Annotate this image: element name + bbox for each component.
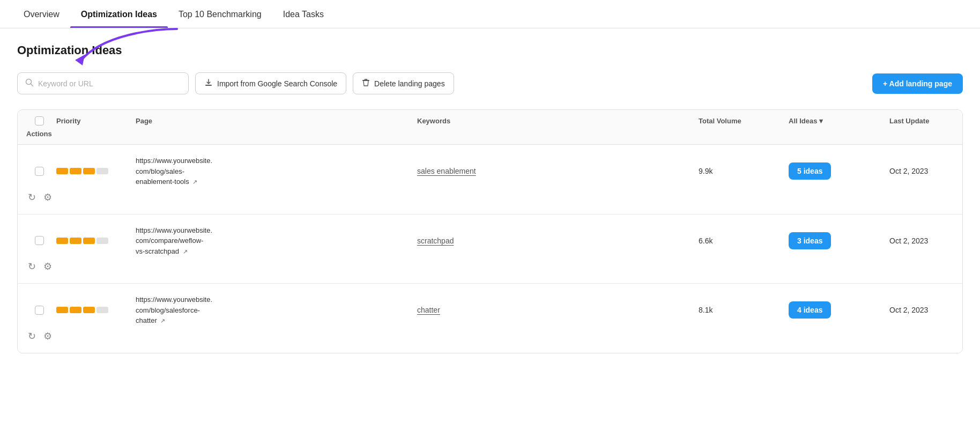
- select-all-checkbox[interactable]: [35, 116, 44, 125]
- row-3-priority: [56, 307, 131, 313]
- external-link-icon[interactable]: ↗: [183, 247, 188, 256]
- row-1-priority: [56, 168, 131, 174]
- priority-bar-1: [56, 238, 68, 244]
- row-1-settings-icon[interactable]: ⚙: [43, 191, 52, 203]
- add-landing-page-button[interactable]: + Add landing page: [872, 73, 963, 94]
- row-1-last-update: Oct 2, 2023: [889, 167, 954, 175]
- row-3-checkbox[interactable]: [35, 306, 44, 315]
- import-button[interactable]: Import from Google Search Console: [195, 72, 346, 94]
- top-navigation: Overview Optimization Ideas Top 10 Bench…: [0, 0, 980, 28]
- toolbar: Import from Google Search Console Delete…: [17, 72, 963, 94]
- add-label: + Add landing page: [883, 79, 952, 88]
- row-1-ideas-badge[interactable]: 5 ideas: [789, 162, 885, 180]
- row-1-refresh-icon[interactable]: ↻: [28, 191, 36, 203]
- header-actions: Actions: [26, 130, 52, 138]
- row-2-refresh-icon[interactable]: ↻: [28, 261, 36, 272]
- row-3-volume: 8.1k: [699, 306, 784, 314]
- row-1-checkbox[interactable]: [35, 167, 44, 176]
- external-link-icon[interactable]: ↗: [192, 177, 197, 187]
- search-input[interactable]: [38, 79, 181, 88]
- search-box: [17, 72, 189, 94]
- svg-line-2: [31, 84, 33, 86]
- row-1-page-url: https://www.yourwebsite.com/blog/sales-e…: [136, 156, 413, 187]
- data-table: Priority Page Keywords Total Volume All …: [17, 109, 963, 353]
- table-row: https://www.yourwebsite.com/blog/salesfo…: [18, 284, 962, 353]
- row-2-checkbox-cell: [26, 236, 52, 245]
- nav-item-optimization-ideas[interactable]: Optimization Ideas: [70, 0, 168, 28]
- row-2-settings-icon[interactable]: ⚙: [43, 261, 52, 272]
- trash-icon: [362, 78, 370, 88]
- priority-bar-3: [83, 307, 95, 313]
- row-2-checkbox[interactable]: [35, 236, 44, 245]
- header-keywords: Keywords: [417, 117, 694, 125]
- row-1-checkbox-cell: [26, 167, 52, 176]
- row-1-keyword[interactable]: sales enablement: [417, 167, 694, 175]
- priority-bar-2: [70, 168, 81, 174]
- priority-bar-1: [56, 168, 68, 174]
- table-row: https://www.yourwebsite.com/compare/wefl…: [18, 214, 962, 284]
- row-3-settings-icon[interactable]: ⚙: [43, 330, 52, 342]
- row-3-ideas-badge[interactable]: 4 ideas: [789, 301, 885, 319]
- import-label: Import from Google Search Console: [217, 79, 337, 88]
- row-3-actions: ↻ ⚙: [26, 330, 52, 342]
- row-3-page-url: https://www.yourwebsite.com/blog/salesfo…: [136, 294, 413, 326]
- priority-bar-2: [70, 238, 81, 244]
- priority-bar-2: [70, 307, 81, 313]
- row-2-priority: [56, 238, 131, 244]
- page-title: Optimization Ideas: [17, 43, 963, 57]
- priority-bar-4: [96, 238, 108, 244]
- page-content: Optimization Ideas Import from Google Se…: [0, 28, 980, 368]
- search-icon: [25, 78, 34, 88]
- header-page: Page: [136, 117, 413, 125]
- row-3-refresh-icon[interactable]: ↻: [28, 330, 36, 342]
- row-2-ideas-badge[interactable]: 3 ideas: [789, 232, 885, 249]
- priority-bar-4: [96, 168, 108, 174]
- row-1-volume: 9.9k: [699, 167, 784, 175]
- row-2-actions: ↻ ⚙: [26, 261, 52, 272]
- nav-item-top-10-benchmarking[interactable]: Top 10 Benchmarking: [168, 0, 272, 28]
- priority-bar-4: [96, 307, 108, 313]
- nav-item-overview[interactable]: Overview: [13, 0, 70, 28]
- delete-button[interactable]: Delete landing pages: [353, 72, 454, 94]
- all-ideas-label: All Ideas: [789, 117, 817, 125]
- header-checkbox-cell: [26, 116, 52, 125]
- table-header: Priority Page Keywords Total Volume All …: [18, 110, 962, 145]
- row-1-actions: ↻ ⚙: [26, 191, 52, 203]
- table-row: https://www.yourwebsite.com/blog/sales-e…: [18, 145, 962, 214]
- row-2-last-update: Oct 2, 2023: [889, 236, 954, 245]
- delete-label: Delete landing pages: [374, 79, 445, 88]
- nav-item-idea-tasks[interactable]: Idea Tasks: [272, 0, 335, 28]
- row-3-keyword[interactable]: chatter: [417, 306, 694, 314]
- header-all-ideas[interactable]: All Ideas ▾: [789, 117, 885, 125]
- row-3-checkbox-cell: [26, 306, 52, 315]
- svg-rect-3: [205, 85, 212, 86]
- download-icon: [204, 78, 213, 88]
- header-last-update: Last Update: [889, 117, 954, 125]
- row-2-volume: 6.6k: [699, 236, 784, 245]
- priority-bar-3: [83, 168, 95, 174]
- row-2-page-url: https://www.yourwebsite.com/compare/wefl…: [136, 225, 413, 257]
- row-3-last-update: Oct 2, 2023: [889, 306, 954, 314]
- chevron-down-icon: ▾: [819, 117, 823, 125]
- priority-bar-1: [56, 307, 68, 313]
- external-link-icon[interactable]: ↗: [160, 316, 165, 326]
- header-priority: Priority: [56, 117, 131, 125]
- row-2-keyword[interactable]: scratchpad: [417, 236, 694, 245]
- priority-bar-3: [83, 238, 95, 244]
- header-total-volume: Total Volume: [699, 117, 784, 125]
